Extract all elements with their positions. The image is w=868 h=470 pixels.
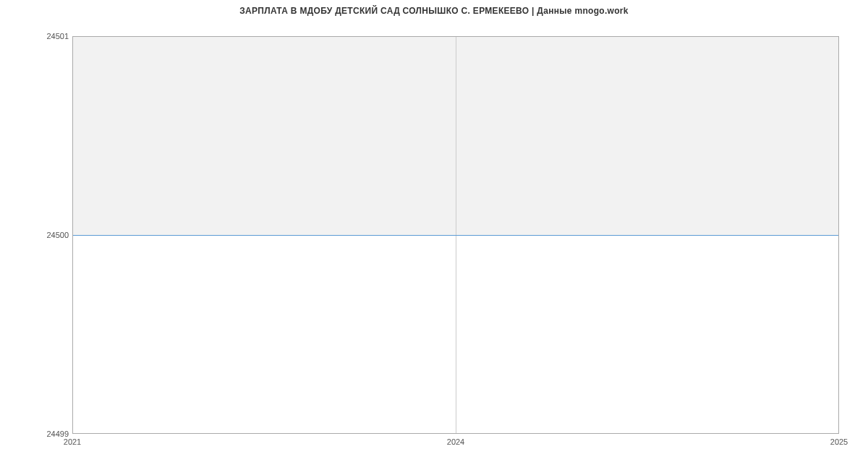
y-tick-label: 24500 [46, 231, 69, 239]
y-tick-label: 24501 [46, 32, 69, 40]
plot-area [72, 36, 839, 434]
x-tick-label: 2021 [64, 437, 81, 446]
data-line [73, 235, 838, 236]
x-tick-label: 2025 [830, 437, 848, 446]
chart-title: ЗАРПЛАТА В МДОБУ ДЕТСКИЙ САД СОЛНЫШКО С.… [0, 6, 868, 16]
x-tick-label: 2024 [447, 437, 464, 446]
